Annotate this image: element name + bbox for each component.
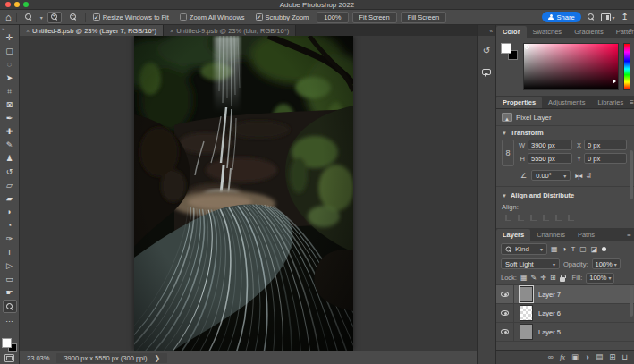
link-dimensions-icon[interactable]: 8 xyxy=(502,140,514,166)
align-button-0[interactable] xyxy=(505,215,511,221)
lock-transparency-icon[interactable]: ▦ xyxy=(520,275,528,282)
collapse-dock-icon[interactable]: « xyxy=(489,28,493,34)
filter-kind-dropdown[interactable]: Kind ▾ xyxy=(501,243,547,255)
gradient-tool-icon[interactable]: ▰ xyxy=(3,192,17,206)
filter-adjustment-layers-icon[interactable]: ◑ xyxy=(562,246,567,253)
layer-mask-icon[interactable]: ▣ xyxy=(571,353,579,361)
visibility-cell[interactable] xyxy=(496,285,514,303)
lasso-tool-icon[interactable]: ◌ xyxy=(3,58,17,72)
share-button[interactable]: Share xyxy=(542,12,581,22)
eraser-tool-icon[interactable]: ▱ xyxy=(3,179,17,192)
filter-toggle-icon[interactable] xyxy=(602,247,606,251)
tab-properties[interactable]: Properties xyxy=(496,97,542,108)
fill-dropdown[interactable]: 100% ▾ xyxy=(586,273,614,284)
layer-thumbnail[interactable] xyxy=(520,305,533,321)
layer-thumbnail[interactable] xyxy=(520,286,533,302)
collapse-panels-icon[interactable]: » xyxy=(629,27,632,33)
lock-position-icon[interactable]: ✛ xyxy=(540,275,546,282)
hue-slider[interactable] xyxy=(623,43,630,90)
document-image[interactable] xyxy=(134,36,353,351)
chevron-down-icon[interactable]: ▾ xyxy=(40,14,43,21)
properties-panel-menu-icon[interactable]: ≡ xyxy=(630,98,634,106)
healing-brush-tool-icon[interactable]: ✚ xyxy=(3,125,17,139)
link-layers-icon[interactable]: ∞ xyxy=(548,353,554,361)
filter-type-layers-icon[interactable]: T xyxy=(571,246,575,253)
height-field[interactable]: 5550 px xyxy=(528,153,572,164)
eyedropper-tool-icon[interactable]: ✒ xyxy=(3,112,17,125)
layers-scrollbar[interactable] xyxy=(630,286,633,317)
zoom-option-0[interactable]: ✓Resize Windows to Fit xyxy=(93,13,169,21)
path-selection-tool-icon[interactable]: ▷ xyxy=(3,259,17,273)
new-layer-icon[interactable]: ⊞ xyxy=(609,353,615,361)
zoom-tool-preset-icon[interactable] xyxy=(21,12,36,23)
chevron-down-icon[interactable]: ▾ xyxy=(613,14,615,21)
filter-shape-layers-icon[interactable]: ▢ xyxy=(579,246,587,253)
history-panel-icon[interactable]: ↺ xyxy=(479,43,494,57)
x-field[interactable]: 0 px xyxy=(584,140,627,150)
width-field[interactable]: 3900 px xyxy=(528,140,572,150)
zoom-option-1[interactable]: Zoom All Windows xyxy=(180,13,245,21)
status-chevron-icon[interactable]: ❯ xyxy=(154,354,160,362)
zoom-level[interactable]: 23.03% xyxy=(27,354,49,362)
foreground-background-swatches[interactable] xyxy=(2,338,17,352)
options-button-fit-screen[interactable]: Fit Screen xyxy=(352,12,397,23)
brush-tool-icon[interactable]: ✎ xyxy=(3,139,17,152)
frame-tool-icon[interactable]: ⊠ xyxy=(3,98,17,112)
layer-row-layer-6[interactable]: Layer 6 xyxy=(496,304,634,323)
move-tool-icon[interactable]: ✛ xyxy=(3,31,17,45)
zoom-option-2[interactable]: ✓Scrubby Zoom xyxy=(256,13,309,21)
object-selection-tool-icon[interactable]: ➤ xyxy=(3,72,17,85)
document-tab-0[interactable]: ×Untitled-8.psb @ 23% (Layer 7, RGB/16*) xyxy=(20,25,164,36)
crop-tool-icon[interactable]: ⌗ xyxy=(3,85,17,98)
checkbox-icon[interactable] xyxy=(180,13,187,21)
search-icon[interactable] xyxy=(588,13,595,21)
foreground-color-swatch[interactable] xyxy=(501,43,511,54)
layer-thumbnail[interactable] xyxy=(520,324,533,340)
zoom-out-button[interactable]: − xyxy=(66,12,80,23)
rotate-dropdown[interactable]: 0.00° ▾ xyxy=(531,170,571,181)
new-group-icon[interactable]: ▤ xyxy=(596,353,603,361)
options-button-fill-screen[interactable]: Fill Screen xyxy=(401,12,446,23)
tab-gradients[interactable]: Gradients xyxy=(568,26,610,38)
foreground-color-swatch[interactable] xyxy=(2,338,12,348)
options-button-100-[interactable]: 100% xyxy=(317,12,348,23)
marquee-tool-icon[interactable]: ▢ xyxy=(3,45,17,58)
export-icon[interactable]: ↥ xyxy=(621,13,629,21)
y-field[interactable]: 0 px xyxy=(584,153,627,164)
dodge-tool-icon[interactable]: ◔ xyxy=(3,219,17,233)
zoom-tool-icon[interactable] xyxy=(3,300,17,313)
close-tab-icon[interactable]: × xyxy=(26,28,30,34)
filter-smart-objects-icon[interactable]: ◪ xyxy=(591,246,598,253)
eye-icon[interactable] xyxy=(501,329,509,334)
saturation-brightness-picker[interactable] xyxy=(523,43,619,90)
transform-section-header[interactable]: ▼ Transform xyxy=(496,126,634,140)
tab-color[interactable]: Color xyxy=(496,26,527,38)
adjustment-layer-icon[interactable]: ◑ xyxy=(585,353,589,361)
checkbox-icon[interactable]: ✓ xyxy=(256,13,263,21)
blend-mode-dropdown[interactable]: Soft Light ▾ xyxy=(501,258,560,269)
blur-tool-icon[interactable]: ◗ xyxy=(3,206,17,219)
close-tab-icon[interactable]: × xyxy=(170,28,173,34)
opacity-dropdown[interactable]: 100% ▾ xyxy=(592,258,621,269)
shape-tool-icon[interactable]: ▭ xyxy=(3,273,17,286)
layer-style-icon[interactable]: fx xyxy=(560,353,565,361)
eye-icon[interactable] xyxy=(501,292,509,297)
edit-toolbar-icon[interactable]: … xyxy=(3,313,17,326)
document-tab-1[interactable]: ×Untitled-9.psb @ 23% (blur, RGB/16*) xyxy=(164,25,296,36)
comments-panel-icon[interactable] xyxy=(479,64,494,79)
clone-stamp-tool-icon[interactable]: ♟ xyxy=(3,152,17,165)
align-button-1[interactable] xyxy=(518,215,524,221)
layers-panel-menu-icon[interactable]: ≡ xyxy=(627,231,631,239)
align-button-2[interactable] xyxy=(530,215,537,221)
lock-pixels-icon[interactable]: ✎ xyxy=(531,275,537,282)
align-section-header[interactable]: ▼ Align and Distribute xyxy=(496,189,634,202)
workspace-icon[interactable] xyxy=(601,13,611,21)
layer-row-layer-7[interactable]: Layer 7 xyxy=(496,285,634,304)
align-button-4[interactable] xyxy=(555,215,562,221)
align-button-5[interactable] xyxy=(568,215,574,221)
tab-paths[interactable]: Paths xyxy=(571,229,601,241)
screen-mode-icon[interactable] xyxy=(4,354,14,362)
visibility-cell[interactable] xyxy=(496,304,514,322)
history-brush-tool-icon[interactable]: ↺ xyxy=(3,165,17,179)
tab-layers[interactable]: Layers xyxy=(496,229,530,241)
